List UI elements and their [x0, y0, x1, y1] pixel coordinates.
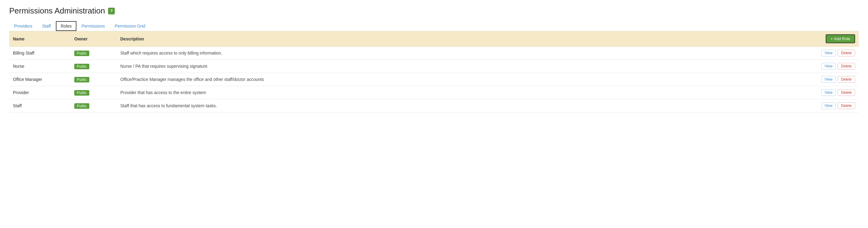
- role-description: Staff which requires access to only bill…: [120, 50, 812, 55]
- tab-permission-grid[interactable]: Permission Grid: [110, 21, 150, 31]
- row-actions: View Delete: [812, 63, 855, 70]
- table-row: Billing Staff Public Staff which require…: [9, 47, 859, 60]
- tab-permissions[interactable]: Permissions: [76, 21, 110, 31]
- tab-bar: Providers Staff Roles Permissions Permis…: [9, 21, 859, 31]
- role-name: Office Manager: [13, 77, 74, 82]
- view-button[interactable]: View: [822, 50, 836, 56]
- role-name: Staff: [13, 103, 74, 108]
- row-actions: View Delete: [812, 76, 855, 83]
- table-header: Name Owner Description + Add Role: [9, 31, 859, 47]
- role-owner: Public: [74, 90, 120, 95]
- tab-roles[interactable]: Roles: [56, 21, 77, 31]
- add-role-button[interactable]: + Add Role: [826, 34, 855, 43]
- page-title: Permissions Administration: [9, 6, 105, 15]
- help-icon[interactable]: ?: [108, 8, 115, 14]
- role-owner: Public: [74, 50, 120, 55]
- owner-badge: Public: [74, 50, 89, 56]
- delete-button[interactable]: Delete: [838, 76, 855, 83]
- role-name: Billing Staff: [13, 50, 74, 55]
- view-button[interactable]: View: [822, 102, 836, 109]
- table-row: Office Manager Public Office/Practice Ma…: [9, 73, 859, 86]
- owner-badge: Public: [74, 77, 89, 82]
- col-header-description: Description: [120, 36, 812, 41]
- role-description: Office/Practice Manager manages the offi…: [120, 77, 812, 82]
- role-name: Nurse: [13, 64, 74, 69]
- view-button[interactable]: View: [822, 89, 836, 96]
- table-row: Provider Public Provider that has access…: [9, 86, 859, 99]
- role-description: Nurse / PA that requires supervising sig…: [120, 64, 812, 69]
- view-button[interactable]: View: [822, 63, 836, 70]
- row-actions: View Delete: [812, 89, 855, 96]
- delete-button[interactable]: Delete: [838, 63, 855, 70]
- role-description: Staff that has access to fundamental sys…: [120, 103, 812, 108]
- role-owner: Public: [74, 103, 120, 108]
- owner-badge: Public: [74, 64, 89, 69]
- delete-button[interactable]: Delete: [838, 89, 855, 96]
- delete-button[interactable]: Delete: [838, 102, 855, 109]
- view-button[interactable]: View: [822, 76, 836, 83]
- owner-badge: Public: [74, 90, 89, 96]
- role-owner: Public: [74, 77, 120, 82]
- owner-badge: Public: [74, 103, 89, 109]
- table-body: Billing Staff Public Staff which require…: [9, 47, 859, 112]
- delete-button[interactable]: Delete: [838, 50, 855, 56]
- role-description: Provider that has access to the entire s…: [120, 90, 812, 95]
- table-row: Staff Public Staff that has access to fu…: [9, 99, 859, 112]
- col-header-actions: + Add Role: [812, 34, 855, 43]
- table-row: Nurse Public Nurse / PA that requires su…: [9, 60, 859, 73]
- roles-table: Name Owner Description + Add Role Billin…: [9, 31, 859, 112]
- role-owner: Public: [74, 64, 120, 69]
- row-actions: View Delete: [812, 50, 855, 56]
- page-header: Permissions Administration ?: [9, 6, 859, 15]
- tab-providers[interactable]: Providers: [9, 21, 37, 31]
- col-header-name: Name: [13, 36, 74, 41]
- role-name: Provider: [13, 90, 74, 95]
- row-actions: View Delete: [812, 102, 855, 109]
- tab-staff[interactable]: Staff: [37, 21, 56, 31]
- col-header-owner: Owner: [74, 36, 120, 41]
